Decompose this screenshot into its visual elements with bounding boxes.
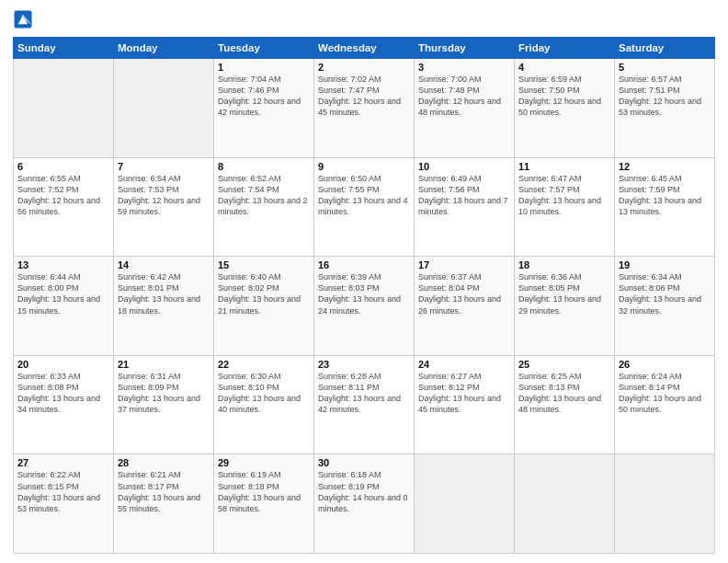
day-info: Sunrise: 6:47 AMSunset: 7:57 PMDaylight:… bbox=[518, 173, 610, 218]
calendar-day-cell: 22 Sunrise: 6:30 AMSunset: 8:10 PMDaylig… bbox=[214, 355, 314, 454]
day-number: 10 bbox=[418, 161, 510, 172]
calendar-day-cell: 7 Sunrise: 6:54 AMSunset: 7:53 PMDayligh… bbox=[114, 157, 214, 257]
calendar-day-cell: 8 Sunrise: 6:52 AMSunset: 7:54 PMDayligh… bbox=[214, 157, 314, 257]
logo bbox=[13, 9, 35, 29]
day-info: Sunrise: 6:49 AMSunset: 7:56 PMDaylight:… bbox=[418, 173, 510, 218]
calendar-day-cell: 14 Sunrise: 6:42 AMSunset: 8:01 PMDaylig… bbox=[114, 257, 214, 356]
calendar-day-cell: 12 Sunrise: 6:45 AMSunset: 7:59 PMDaylig… bbox=[615, 157, 715, 257]
calendar-day-cell: 25 Sunrise: 6:25 AMSunset: 8:13 PMDaylig… bbox=[515, 355, 615, 454]
day-number: 20 bbox=[17, 359, 109, 370]
day-number: 24 bbox=[418, 359, 510, 370]
day-info: Sunrise: 6:25 AMSunset: 8:13 PMDaylight:… bbox=[518, 371, 610, 416]
calendar-day-cell: 23 Sunrise: 6:28 AMSunset: 8:11 PMDaylig… bbox=[314, 355, 415, 454]
day-number: 12 bbox=[619, 161, 711, 172]
day-info: Sunrise: 6:37 AMSunset: 8:04 PMDaylight:… bbox=[418, 271, 510, 316]
calendar-day-cell: 2 Sunrise: 7:02 AMSunset: 7:47 PMDayligh… bbox=[314, 59, 415, 158]
day-info: Sunrise: 6:55 AMSunset: 7:52 PMDaylight:… bbox=[17, 173, 109, 218]
weekday-header: Saturday bbox=[615, 38, 715, 59]
day-number: 19 bbox=[619, 259, 711, 270]
calendar-day-cell: 26 Sunrise: 6:24 AMSunset: 8:14 PMDaylig… bbox=[615, 355, 715, 454]
day-number: 1 bbox=[218, 62, 310, 73]
day-info: Sunrise: 6:30 AMSunset: 8:10 PMDaylight:… bbox=[218, 371, 310, 416]
day-number: 16 bbox=[318, 259, 410, 270]
day-number: 22 bbox=[218, 359, 310, 370]
day-number: 23 bbox=[318, 359, 410, 370]
day-info: Sunrise: 7:00 AMSunset: 7:48 PMDaylight:… bbox=[418, 74, 510, 119]
calendar-day-cell bbox=[615, 454, 715, 554]
day-number: 7 bbox=[118, 161, 210, 172]
day-number: 4 bbox=[518, 62, 610, 73]
calendar-day-cell: 21 Sunrise: 6:31 AMSunset: 8:09 PMDaylig… bbox=[114, 355, 214, 454]
calendar-day-cell: 20 Sunrise: 6:33 AMSunset: 8:08 PMDaylig… bbox=[14, 355, 114, 454]
calendar-week-row: 1 Sunrise: 7:04 AMSunset: 7:46 PMDayligh… bbox=[14, 59, 715, 158]
calendar-day-cell: 27 Sunrise: 6:22 AMSunset: 8:15 PMDaylig… bbox=[14, 454, 114, 554]
calendar-day-cell: 18 Sunrise: 6:36 AMSunset: 8:05 PMDaylig… bbox=[515, 257, 615, 356]
day-info: Sunrise: 6:18 AMSunset: 8:19 PMDaylight:… bbox=[318, 469, 410, 514]
calendar-day-cell bbox=[415, 454, 515, 554]
calendar: SundayMondayTuesdayWednesdayThursdayFrid… bbox=[13, 37, 715, 554]
calendar-day-cell bbox=[114, 59, 214, 158]
day-info: Sunrise: 6:31 AMSunset: 8:09 PMDaylight:… bbox=[118, 371, 210, 416]
calendar-day-cell: 17 Sunrise: 6:37 AMSunset: 8:04 PMDaylig… bbox=[415, 257, 515, 356]
calendar-day-cell: 1 Sunrise: 7:04 AMSunset: 7:46 PMDayligh… bbox=[214, 59, 314, 158]
day-number: 28 bbox=[118, 457, 210, 468]
day-info: Sunrise: 6:24 AMSunset: 8:14 PMDaylight:… bbox=[619, 371, 711, 416]
weekday-header: Sunday bbox=[14, 38, 114, 59]
day-number: 30 bbox=[318, 457, 410, 468]
logo-icon bbox=[13, 9, 33, 29]
weekday-header: Friday bbox=[515, 38, 615, 59]
day-info: Sunrise: 6:21 AMSunset: 8:17 PMDaylight:… bbox=[118, 469, 210, 514]
calendar-day-cell bbox=[515, 454, 615, 554]
day-number: 9 bbox=[318, 161, 410, 172]
day-info: Sunrise: 6:36 AMSunset: 8:05 PMDaylight:… bbox=[518, 271, 610, 316]
calendar-day-cell: 19 Sunrise: 6:34 AMSunset: 8:06 PMDaylig… bbox=[615, 257, 715, 356]
day-number: 6 bbox=[17, 161, 109, 172]
day-info: Sunrise: 6:22 AMSunset: 8:15 PMDaylight:… bbox=[17, 469, 109, 514]
calendar-day-cell: 4 Sunrise: 6:59 AMSunset: 7:50 PMDayligh… bbox=[515, 59, 615, 158]
day-info: Sunrise: 6:40 AMSunset: 8:02 PMDaylight:… bbox=[218, 271, 310, 316]
day-number: 29 bbox=[218, 457, 310, 468]
day-number: 18 bbox=[518, 259, 610, 270]
calendar-day-cell: 29 Sunrise: 6:19 AMSunset: 8:18 PMDaylig… bbox=[214, 454, 314, 554]
weekday-header: Tuesday bbox=[214, 38, 314, 59]
calendar-day-cell: 9 Sunrise: 6:50 AMSunset: 7:55 PMDayligh… bbox=[314, 157, 415, 257]
calendar-day-cell: 11 Sunrise: 6:47 AMSunset: 7:57 PMDaylig… bbox=[515, 157, 615, 257]
weekday-header: Monday bbox=[114, 38, 214, 59]
day-info: Sunrise: 6:27 AMSunset: 8:12 PMDaylight:… bbox=[418, 371, 510, 416]
calendar-week-row: 6 Sunrise: 6:55 AMSunset: 7:52 PMDayligh… bbox=[14, 157, 715, 257]
day-info: Sunrise: 6:33 AMSunset: 8:08 PMDaylight:… bbox=[17, 371, 109, 416]
day-info: Sunrise: 6:59 AMSunset: 7:50 PMDaylight:… bbox=[518, 74, 610, 119]
calendar-day-cell: 13 Sunrise: 6:44 AMSunset: 8:00 PMDaylig… bbox=[14, 257, 114, 356]
day-number: 26 bbox=[619, 359, 711, 370]
day-number: 2 bbox=[318, 62, 410, 73]
calendar-day-cell: 28 Sunrise: 6:21 AMSunset: 8:17 PMDaylig… bbox=[114, 454, 214, 554]
day-number: 8 bbox=[218, 161, 310, 172]
day-number: 14 bbox=[118, 259, 210, 270]
day-info: Sunrise: 7:02 AMSunset: 7:47 PMDaylight:… bbox=[318, 74, 410, 119]
day-number: 11 bbox=[518, 161, 610, 172]
day-number: 25 bbox=[518, 359, 610, 370]
day-number: 17 bbox=[418, 259, 510, 270]
day-info: Sunrise: 6:57 AMSunset: 7:51 PMDaylight:… bbox=[619, 74, 711, 119]
calendar-day-cell: 30 Sunrise: 6:18 AMSunset: 8:19 PMDaylig… bbox=[314, 454, 415, 554]
day-info: Sunrise: 6:34 AMSunset: 8:06 PMDaylight:… bbox=[619, 271, 711, 316]
day-info: Sunrise: 6:54 AMSunset: 7:53 PMDaylight:… bbox=[118, 173, 210, 218]
calendar-day-cell: 15 Sunrise: 6:40 AMSunset: 8:02 PMDaylig… bbox=[214, 257, 314, 356]
day-info: Sunrise: 6:52 AMSunset: 7:54 PMDaylight:… bbox=[218, 173, 310, 218]
day-number: 13 bbox=[17, 259, 109, 270]
day-number: 15 bbox=[218, 259, 310, 270]
calendar-day-cell: 24 Sunrise: 6:27 AMSunset: 8:12 PMDaylig… bbox=[415, 355, 515, 454]
day-number: 5 bbox=[619, 62, 711, 73]
calendar-day-cell: 5 Sunrise: 6:57 AMSunset: 7:51 PMDayligh… bbox=[615, 59, 715, 158]
calendar-day-cell: 6 Sunrise: 6:55 AMSunset: 7:52 PMDayligh… bbox=[14, 157, 114, 257]
day-info: Sunrise: 7:04 AMSunset: 7:46 PMDaylight:… bbox=[218, 74, 310, 119]
day-info: Sunrise: 6:28 AMSunset: 8:11 PMDaylight:… bbox=[318, 371, 410, 416]
calendar-week-row: 20 Sunrise: 6:33 AMSunset: 8:08 PMDaylig… bbox=[14, 355, 715, 454]
header bbox=[13, 9, 715, 29]
weekday-header: Wednesday bbox=[314, 38, 415, 59]
day-info: Sunrise: 6:19 AMSunset: 8:18 PMDaylight:… bbox=[218, 469, 310, 514]
day-number: 3 bbox=[418, 62, 510, 73]
weekday-header: Thursday bbox=[415, 38, 515, 59]
day-number: 27 bbox=[17, 457, 109, 468]
day-number: 21 bbox=[118, 359, 210, 370]
